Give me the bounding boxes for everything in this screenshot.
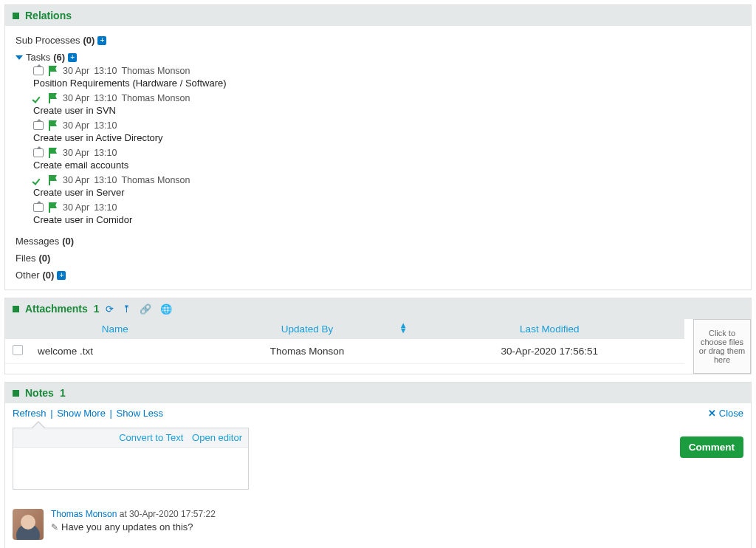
section-marker-icon: [13, 13, 19, 19]
attachments-table: Name Updated By ▲▼ Last Modified welcome…: [5, 319, 684, 364]
group-tasks: Tasks(6) + 30 Apr 13:10 Thomas Monson Po…: [13, 49, 743, 233]
group-count: (0): [62, 236, 74, 247]
cell-last-modified: 30-Apr-2020 17:56:51: [415, 339, 684, 364]
note-meta: Thomas Monson at 30-Apr-2020 17:57:22: [51, 509, 216, 519]
note-textarea[interactable]: [13, 448, 248, 489]
note-message: ✎Have you any updates on this?: [51, 521, 216, 532]
task-item[interactable]: 30 Apr 13:10 Thomas Monson Create user i…: [33, 175, 743, 198]
task-list: 30 Apr 13:10 Thomas Monson Position Requ…: [33, 66, 743, 225]
task-date: 30 Apr: [63, 202, 89, 213]
task-time: 13:10: [94, 120, 117, 131]
flag-icon: [48, 120, 58, 131]
relations-title: Relations: [25, 10, 72, 21]
task-date: 30 Apr: [63, 148, 89, 158]
flag-icon: [48, 93, 58, 103]
group-messages: Messages(0): [13, 233, 743, 250]
group-label[interactable]: Files: [16, 253, 35, 264]
task-date: 30 Apr: [63, 175, 89, 185]
notes-header[interactable]: Notes 1: [5, 383, 751, 403]
notes-show-more-link[interactable]: Show More: [57, 408, 116, 419]
task-title: Create user in SVN: [33, 105, 743, 116]
flag-icon: [48, 66, 58, 76]
row-checkbox[interactable]: [13, 345, 23, 355]
notes-panel: Notes 1 Refresh Show More Show Less ✕Clo…: [4, 382, 752, 548]
col-name[interactable]: Name: [30, 319, 199, 339]
attachments-count: 1: [94, 303, 100, 315]
notes-count: 1: [60, 387, 66, 399]
task-item[interactable]: 30 Apr 13:10 Thomas Monson Create user i…: [33, 93, 743, 116]
task-title: Create user in Server: [33, 187, 743, 198]
relations-panel: Relations Sub Processes(0) + Tasks(6) +: [4, 4, 752, 290]
group-count: (0): [38, 253, 50, 264]
group-label[interactable]: Other: [16, 270, 40, 281]
caret-down-icon[interactable]: [16, 55, 23, 60]
group-count: (6): [53, 52, 65, 63]
avatar[interactable]: [13, 509, 44, 540]
task-date: 30 Apr: [63, 93, 89, 103]
flag-icon: [48, 202, 58, 213]
relations-header[interactable]: Relations: [5, 5, 751, 26]
task-status-done-icon: [33, 176, 44, 185]
task-user: Thomas Monson: [121, 93, 190, 103]
open-editor-link[interactable]: Open editor: [192, 432, 242, 443]
note-user-link[interactable]: Thomas Monson: [51, 509, 117, 519]
task-time: 13:10: [94, 148, 117, 158]
col-checkbox: [5, 319, 30, 339]
group-count: (0): [83, 35, 94, 46]
group-files: Files(0): [13, 250, 743, 267]
notes-refresh-link[interactable]: Refresh: [13, 408, 57, 419]
task-time: 13:10: [94, 93, 117, 103]
comment-button[interactable]: Comment: [680, 436, 743, 458]
task-time: 13:10: [94, 202, 117, 213]
section-marker-icon: [13, 390, 19, 397]
convert-to-text-link[interactable]: Convert to Text: [119, 432, 183, 443]
cell-name[interactable]: welcome .txt: [30, 339, 199, 364]
table-row[interactable]: welcome .txt Thomas Monson 30-Apr-2020 1…: [5, 339, 684, 364]
col-updated-by[interactable]: Updated By ▲▼: [199, 319, 414, 339]
pencil-icon: ✎: [51, 522, 58, 532]
task-item[interactable]: 30 Apr 13:10 Create user in Comidor: [33, 202, 743, 225]
upload-icon[interactable]: ⤒: [123, 304, 131, 315]
notes-close-link[interactable]: ✕Close: [708, 408, 743, 419]
note-compose-box: Convert to Text Open editor: [13, 428, 249, 490]
task-title: Create user in Comidor: [33, 214, 743, 225]
group-label[interactable]: Sub Processes: [16, 35, 80, 46]
sort-icon[interactable]: ▲▼: [399, 323, 408, 333]
note-compose-toolbar: Convert to Text Open editor: [13, 428, 248, 448]
task-date: 30 Apr: [63, 66, 89, 76]
task-user: Thomas Monson: [121, 66, 190, 76]
notes-links-row: Refresh Show More Show Less ✕Close: [5, 403, 751, 423]
group-label[interactable]: Messages: [16, 236, 59, 247]
notes-body: Refresh Show More Show Less ✕Close Conve…: [5, 403, 751, 548]
add-other-icon[interactable]: +: [57, 271, 66, 280]
group-sub-processes: Sub Processes(0) +: [13, 32, 743, 49]
note-entry: Thomas Monson at 30-Apr-2020 17:57:22 ✎H…: [5, 507, 751, 548]
task-item[interactable]: 30 Apr 13:10 Create email accounts: [33, 148, 743, 171]
task-status-done-icon: [33, 94, 44, 103]
task-user: Thomas Monson: [121, 175, 190, 185]
task-status-open-icon: [33, 203, 44, 212]
section-marker-icon: [13, 306, 19, 312]
attachments-header[interactable]: Attachments 1 ⟳ ⤒ 🔗 🌐: [5, 298, 751, 319]
notes-show-less-link[interactable]: Show Less: [117, 408, 167, 419]
cell-updated-by: Thomas Monson: [199, 339, 414, 364]
col-last-modified[interactable]: Last Modified: [415, 319, 684, 339]
notes-title: Notes: [25, 387, 54, 399]
flag-icon: [48, 175, 58, 185]
task-title: Position Requirements (Hardware / Softwa…: [33, 78, 743, 89]
task-status-open-icon: [33, 148, 44, 157]
refresh-icon[interactable]: ⟳: [106, 304, 114, 315]
task-item[interactable]: 30 Apr 13:10 Thomas Monson Position Requ…: [33, 66, 743, 89]
attachments-body: Name Updated By ▲▼ Last Modified welcome…: [5, 319, 751, 374]
file-drop-zone[interactable]: Click to choose files or drag them here: [693, 319, 751, 374]
flag-icon: [48, 148, 58, 158]
note-compose-area: Convert to Text Open editor Comment: [5, 423, 751, 507]
add-task-icon[interactable]: +: [68, 53, 77, 62]
group-label[interactable]: Tasks: [26, 52, 50, 63]
task-time: 13:10: [94, 175, 117, 185]
globe-icon[interactable]: 🌐: [160, 304, 172, 315]
task-time: 13:10: [94, 66, 117, 76]
add-sub-process-icon[interactable]: +: [97, 36, 106, 45]
task-item[interactable]: 30 Apr 13:10 Create user in Active Direc…: [33, 120, 743, 143]
link-icon[interactable]: 🔗: [140, 304, 151, 315]
